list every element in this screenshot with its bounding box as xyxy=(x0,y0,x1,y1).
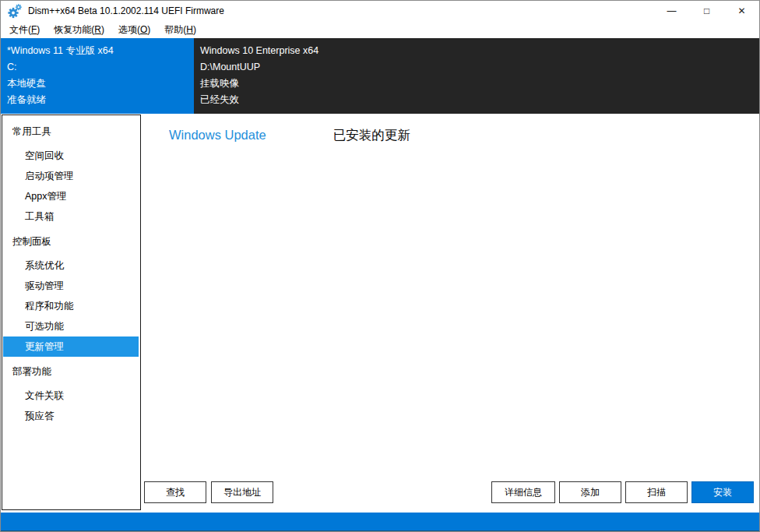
mounted-image-edition: Windows 10 Enterprise x64 xyxy=(200,43,759,59)
sidebar-item-appx-manager[interactable]: Appx管理 xyxy=(2,186,140,206)
sidebar: 常用工具 空间回收 启动项管理 Appx管理 工具箱 控制面板 系统优化 驱动管… xyxy=(2,115,141,510)
find-button[interactable]: 查找 xyxy=(144,481,206,503)
menu-recovery-label: 恢复功能( xyxy=(54,24,94,35)
install-button[interactable]: 安装 xyxy=(691,481,754,503)
sidebar-item-driver-manager[interactable]: 驱动管理 xyxy=(2,276,140,296)
sidebar-item-update-manager[interactable]: 更新管理 xyxy=(3,336,139,357)
mounted-image-type: 挂载映像 xyxy=(200,76,759,92)
sidebar-item-unattend[interactable]: 预应答 xyxy=(2,406,140,426)
window-title: Dism++x64 Beta 10.1.2002.114 UEFI Firmwa… xyxy=(28,5,654,16)
mounted-image-status: 已经失效 xyxy=(200,92,759,108)
menu-recovery-label-end: ) xyxy=(101,24,104,35)
left-button-group: 查找 导出地址 xyxy=(144,481,273,503)
export-url-button[interactable]: 导出地址 xyxy=(211,481,273,503)
minimize-button[interactable]: — xyxy=(654,1,689,21)
sidebar-item-programs-features[interactable]: 程序和功能 xyxy=(2,296,140,316)
local-image-type: 本地硬盘 xyxy=(7,76,194,92)
sidebar-section-common-tools: 常用工具 xyxy=(2,122,140,142)
sidebar-item-toolkit[interactable]: 工具箱 xyxy=(2,206,140,227)
main-content: Windows Update 已安装的更新 查找 导出地址 详细信息 添加 扫描… xyxy=(141,114,759,513)
menu-help[interactable]: 帮助(H) xyxy=(157,21,203,39)
mounted-image-path: D:\MountUUP xyxy=(200,59,759,76)
menu-bar: 文件(F) 恢复功能(R) 选项(O) 帮助(H) xyxy=(1,21,759,38)
right-button-group: 详细信息 添加 扫描 安装 xyxy=(491,481,754,503)
sidebar-item-optional-features[interactable]: 可选功能 xyxy=(2,316,140,336)
menu-options[interactable]: 选项(O) xyxy=(111,21,157,39)
sidebar-section-control-panel: 控制面板 xyxy=(2,231,140,252)
scan-button[interactable]: 扫描 xyxy=(625,481,688,503)
local-image-status: 准备就绪 xyxy=(7,92,194,108)
sidebar-item-startup-manager[interactable]: 启动项管理 xyxy=(2,166,140,186)
close-button[interactable]: ✕ xyxy=(724,1,759,21)
menu-help-label-end: ) xyxy=(193,24,196,35)
maximize-button[interactable]: □ xyxy=(689,1,724,21)
status-bar xyxy=(1,513,759,531)
menu-options-mnemonic: O xyxy=(140,24,147,35)
tab-installed-updates[interactable]: 已安装的更新 xyxy=(333,127,410,144)
app-gears-icon xyxy=(7,3,23,19)
mounted-image-panel[interactable]: Windows 10 Enterprise x64 D:\MountUUP 挂载… xyxy=(194,38,759,114)
details-button[interactable]: 详细信息 xyxy=(491,481,555,503)
sidebar-item-system-optimization[interactable]: 系统优化 xyxy=(2,255,140,276)
body-area: 常用工具 空间回收 启动项管理 Appx管理 工具箱 控制面板 系统优化 驱动管… xyxy=(1,114,759,513)
menu-file-label: 文件( xyxy=(9,24,31,35)
local-image-panel[interactable]: *Windows 11 专业版 x64 C: 本地硬盘 准备就绪 xyxy=(1,38,194,114)
local-image-drive: C: xyxy=(7,59,194,76)
sidebar-section-deployment: 部署功能 xyxy=(2,361,140,382)
menu-options-label-end: ) xyxy=(147,24,150,35)
menu-help-label: 帮助( xyxy=(164,24,186,35)
menu-file[interactable]: 文件(F) xyxy=(2,21,47,39)
local-image-edition: *Windows 11 专业版 x64 xyxy=(7,43,194,59)
add-button[interactable]: 添加 xyxy=(559,481,621,503)
menu-recovery-mnemonic: R xyxy=(94,24,101,35)
update-tabs: Windows Update 已安装的更新 xyxy=(169,127,410,144)
menu-file-label-end: ) xyxy=(37,24,40,35)
menu-help-mnemonic: H xyxy=(186,24,193,35)
menu-options-label: 选项( xyxy=(118,24,140,35)
sidebar-item-disk-cleanup[interactable]: 空间回收 xyxy=(2,146,140,166)
menu-recovery[interactable]: 恢复功能(R) xyxy=(47,21,111,39)
app-window: Dism++x64 Beta 10.1.2002.114 UEFI Firmwa… xyxy=(0,0,760,532)
title-bar: Dism++x64 Beta 10.1.2002.114 UEFI Firmwa… xyxy=(1,1,759,21)
tab-windows-update[interactable]: Windows Update xyxy=(169,128,266,143)
image-session-header: *Windows 11 专业版 x64 C: 本地硬盘 准备就绪 Windows… xyxy=(1,38,759,114)
sidebar-item-file-association[interactable]: 文件关联 xyxy=(2,386,140,406)
window-controls: — □ ✕ xyxy=(654,1,759,21)
